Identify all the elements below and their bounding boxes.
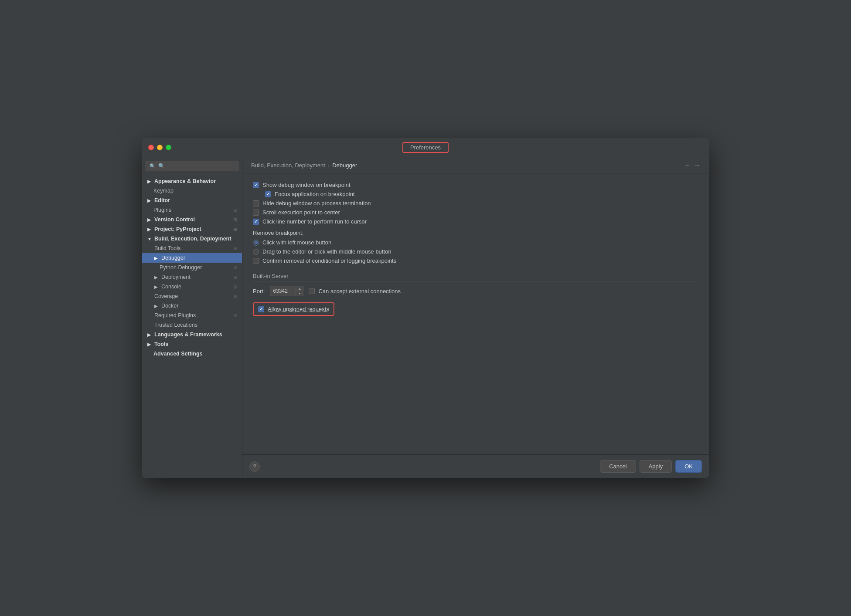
sidebar-item-docker[interactable]: ▶ Docker <box>142 301 242 311</box>
sidebar-item-project[interactable]: ▶ Project: PyProject ⊞ <box>142 224 242 234</box>
chevron-right-icon: ▶ <box>154 304 160 308</box>
hide-debug-window-row: Hide debug window on process termination <box>253 199 698 208</box>
confirm-removal-checkbox[interactable] <box>253 258 259 264</box>
apply-button[interactable]: Apply <box>640 460 672 473</box>
port-spinners: ▲ ▼ <box>296 286 303 296</box>
right-panel: Build, Execution, Deployment › Debugger … <box>242 157 709 478</box>
nav-arrows: ← → <box>684 162 700 169</box>
minimize-button[interactable] <box>157 145 163 150</box>
focus-app-checkbox[interactable] <box>265 191 271 197</box>
sidebar-item-coverage[interactable]: Coverage ⊞ <box>142 291 242 301</box>
sidebar-item-python-debugger[interactable]: Python Debugger ⊞ <box>142 263 242 272</box>
maximize-button[interactable] <box>166 145 171 150</box>
sidebar-items: ▶ Appearance & Behavior Keymap ▶ Editor … <box>142 175 242 478</box>
hide-debug-window-checkbox[interactable] <box>253 200 259 206</box>
traffic-lights <box>148 145 171 150</box>
allow-unsigned-box: Allow unsigned requests <box>253 302 334 316</box>
panel-header: Build, Execution, Deployment › Debugger … <box>242 157 709 173</box>
vc-icon: ⊞ <box>233 217 237 222</box>
focus-app-row: Focus application on breakpoint <box>265 190 698 199</box>
sidebar-item-console[interactable]: ▶ Console ⊞ <box>142 282 242 291</box>
radio-drag-row: Drag to the editor or click with middle … <box>253 247 698 256</box>
sidebar-item-editor[interactable]: ▶ Editor <box>142 196 242 205</box>
breadcrumb-separator: › <box>328 162 330 169</box>
click-line-number-label: Click line number to perform run to curs… <box>262 218 367 225</box>
deploy-icon: ⊞ <box>233 275 237 280</box>
help-button[interactable]: ? <box>249 461 260 472</box>
search-icon: 🔍 <box>150 163 156 169</box>
bottom-bar: ? Cancel Apply OK <box>242 454 709 478</box>
allow-unsigned-label: Allow unsigned requests <box>268 306 329 312</box>
scroll-execution-row: Scroll execution point to center <box>253 208 698 217</box>
search-input[interactable] <box>158 163 235 169</box>
sidebar-item-deployment[interactable]: ▶ Deployment ⊞ <box>142 272 242 282</box>
sidebar-item-build-execution[interactable]: ▼ Build, Execution, Deployment <box>142 234 242 244</box>
cancel-button[interactable]: Cancel <box>600 460 636 473</box>
builtin-server-title: Built-in Server <box>253 273 698 281</box>
chevron-right-icon: ▶ <box>147 179 153 184</box>
show-debug-window-row: Show debug window on breakpoint <box>253 180 698 190</box>
show-debug-window-label: Show debug window on breakpoint <box>262 182 351 188</box>
radio-click-left[interactable] <box>253 240 259 246</box>
port-label: Port: <box>253 288 265 294</box>
breadcrumb-parent[interactable]: Build, Execution, Deployment <box>251 162 325 169</box>
back-arrow[interactable]: ← <box>684 162 691 169</box>
dialog-title: Preferences <box>402 142 449 153</box>
can-accept-checkbox[interactable] <box>309 288 315 294</box>
close-button[interactable] <box>148 145 154 150</box>
radio-click-left-label: Click with left mouse button <box>262 239 331 246</box>
can-accept-label: Can accept external connections <box>318 288 401 294</box>
radio-drag-label: Drag to the editor or click with middle … <box>262 248 391 255</box>
confirm-removal-row: Confirm removal of conditional or loggin… <box>253 256 698 265</box>
show-debug-window-checkbox[interactable] <box>253 182 259 188</box>
radio-drag[interactable] <box>253 249 259 255</box>
project-icon: ⊞ <box>233 227 237 232</box>
allow-unsigned-checkbox[interactable] <box>258 306 264 312</box>
chevron-right-icon: ▶ <box>154 275 160 280</box>
can-accept-row: Can accept external connections <box>309 287 401 296</box>
port-spin-up[interactable]: ▲ <box>296 286 303 291</box>
chevron-right-icon: ▶ <box>154 284 160 289</box>
console-icon: ⊞ <box>233 284 237 289</box>
click-line-number-row: Click line number to perform run to curs… <box>253 217 698 226</box>
click-line-number-checkbox[interactable] <box>253 219 259 225</box>
sidebar-item-required-plugins[interactable]: Required Plugins ⊞ <box>142 311 242 320</box>
req-plugins-icon: ⊞ <box>233 313 237 318</box>
divider <box>253 269 698 269</box>
breadcrumb: Build, Execution, Deployment › Debugger <box>251 162 684 169</box>
chevron-right-icon: ▶ <box>147 227 153 232</box>
sidebar-item-advanced-settings[interactable]: Advanced Settings <box>142 349 242 359</box>
port-input-wrap: ▲ ▼ <box>270 286 303 296</box>
port-spin-down[interactable]: ▼ <box>296 291 303 296</box>
scroll-execution-label: Scroll execution point to center <box>262 209 340 216</box>
plugin-icon: ⊞ <box>233 208 237 213</box>
port-row: Port: ▲ ▼ Can accept external connection… <box>253 286 698 296</box>
radio-click-left-row: Click with left mouse button <box>253 238 698 247</box>
chevron-right-icon: ▶ <box>154 256 160 261</box>
hide-debug-window-label: Hide debug window on process termination <box>262 200 371 206</box>
sidebar-item-languages[interactable]: ▶ Languages & Frameworks <box>142 330 242 339</box>
sidebar-item-version-control[interactable]: ▶ Version Control ⊞ <box>142 215 242 224</box>
py-debug-icon: ⊞ <box>233 265 237 270</box>
focus-app-label: Focus application on breakpoint <box>275 191 355 197</box>
main-content: 🔍 ▶ Appearance & Behavior Keymap ▶ Edito… <box>142 157 709 478</box>
port-input[interactable] <box>270 287 296 295</box>
scroll-execution-checkbox[interactable] <box>253 210 259 216</box>
preferences-dialog: Preferences 🔍 ▶ Appearance & Behavior Ke… <box>142 138 709 478</box>
remove-breakpoint-label: Remove breakpoint: <box>253 230 698 236</box>
sidebar-item-debugger[interactable]: ▶ Debugger <box>142 253 242 263</box>
search-bar[interactable]: 🔍 <box>146 161 238 171</box>
sidebar-item-tools[interactable]: ▶ Tools <box>142 339 242 349</box>
sidebar-item-build-tools[interactable]: Build Tools ⊞ <box>142 244 242 253</box>
chevron-right-icon: ▶ <box>147 198 153 203</box>
sidebar-item-keymap[interactable]: Keymap <box>142 186 242 196</box>
confirm-removal-label: Confirm removal of conditional or loggin… <box>262 257 396 264</box>
breadcrumb-current: Debugger <box>332 162 357 169</box>
sidebar: 🔍 ▶ Appearance & Behavior Keymap ▶ Edito… <box>142 157 242 478</box>
sidebar-item-plugins[interactable]: Plugins ⊞ <box>142 205 242 215</box>
sidebar-item-appearance[interactable]: ▶ Appearance & Behavior <box>142 176 242 186</box>
ok-button[interactable]: OK <box>675 460 702 473</box>
forward-arrow[interactable]: → <box>694 162 700 169</box>
sidebar-item-trusted-locations[interactable]: Trusted Locations <box>142 320 242 330</box>
panel-body: Show debug window on breakpoint Focus ap… <box>242 173 709 454</box>
